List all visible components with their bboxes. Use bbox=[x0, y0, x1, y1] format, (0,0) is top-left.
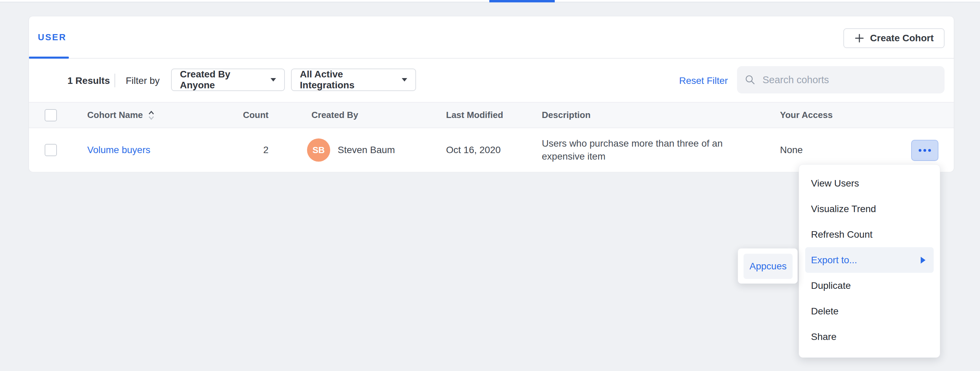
tab-user[interactable]: USER bbox=[29, 16, 67, 58]
select-all-cell bbox=[45, 103, 57, 127]
reset-filter-link[interactable]: Reset Filter bbox=[679, 59, 728, 102]
header-cohort-name-label: Cohort Name bbox=[87, 110, 143, 120]
menu-item-visualize-trend[interactable]: Visualize Trend bbox=[799, 196, 940, 221]
active-page-tab-indicator bbox=[489, 0, 555, 2]
create-cohort-button[interactable]: Create Cohort bbox=[843, 28, 945, 48]
row-actions-button[interactable] bbox=[911, 140, 939, 161]
header-count: Count bbox=[215, 103, 269, 127]
search-icon bbox=[745, 74, 756, 86]
sort-icon[interactable] bbox=[148, 109, 155, 121]
filter-by-label: Filter by bbox=[126, 59, 160, 102]
header-your-access: Your Access bbox=[780, 103, 833, 127]
integrations-dropdown[interactable]: All Active Integrations bbox=[291, 68, 416, 91]
submenu-arrow-icon bbox=[921, 257, 926, 264]
menu-item-refresh-count[interactable]: Refresh Count bbox=[799, 221, 940, 247]
cohort-name-link[interactable]: Volume buyers bbox=[87, 145, 150, 156]
menu-item-export-to[interactable]: Export to... bbox=[805, 247, 934, 273]
ellipsis-icon bbox=[928, 149, 931, 152]
header-last-modified: Last Modified bbox=[446, 103, 503, 127]
description-value: Users who purchase more than three of an… bbox=[542, 128, 738, 172]
cohorts-page: USER Create Cohort 1 Results Filter by C… bbox=[0, 0, 980, 371]
submenu-item-appcues[interactable]: Appcues bbox=[743, 254, 792, 279]
row-context-menu: View Users Visualize Trend Refresh Count… bbox=[799, 164, 940, 358]
chevron-down-icon bbox=[402, 78, 407, 81]
cohorts-card: USER Create Cohort 1 Results Filter by C… bbox=[29, 16, 954, 172]
row-select-cell bbox=[45, 128, 57, 172]
search-box[interactable] bbox=[737, 66, 945, 94]
search-input[interactable] bbox=[762, 74, 937, 86]
select-all-checkbox[interactable] bbox=[45, 109, 57, 121]
menu-item-export-to-label: Export to... bbox=[811, 255, 857, 266]
header-created-by: Created By bbox=[312, 103, 358, 127]
tab-user-label: USER bbox=[38, 32, 67, 43]
ellipsis-icon bbox=[919, 149, 921, 152]
table-header: Cohort Name Count Created By Last Modifi… bbox=[29, 102, 954, 128]
plus-icon bbox=[854, 33, 864, 43]
row-checkbox[interactable] bbox=[45, 144, 57, 156]
vertical-divider bbox=[115, 74, 115, 87]
header-description: Description bbox=[542, 103, 590, 127]
results-count: 1 Results bbox=[67, 59, 110, 102]
avatar: SB bbox=[307, 139, 330, 162]
tab-bar: USER Create Cohort bbox=[29, 16, 954, 59]
create-cohort-label: Create Cohort bbox=[870, 33, 934, 44]
menu-item-duplicate[interactable]: Duplicate bbox=[799, 273, 940, 298]
last-modified-value: Oct 16, 2020 bbox=[446, 128, 501, 172]
access-value: None bbox=[780, 128, 803, 172]
created-by-name: Steven Baum bbox=[338, 128, 395, 172]
tab-user-underline bbox=[29, 57, 69, 59]
filter-row: 1 Results Filter by Created By Anyone Al… bbox=[29, 59, 954, 102]
created-by-dropdown-value: Created By Anyone bbox=[180, 69, 264, 91]
chevron-down-icon bbox=[270, 78, 276, 81]
menu-item-share[interactable]: Share bbox=[799, 324, 940, 350]
top-strip bbox=[0, 0, 980, 2]
created-by-dropdown[interactable]: Created By Anyone bbox=[171, 68, 285, 91]
menu-item-view-users[interactable]: View Users bbox=[799, 170, 940, 196]
integrations-dropdown-value: All Active Integrations bbox=[300, 69, 396, 91]
header-cohort-name[interactable]: Cohort Name bbox=[87, 103, 155, 127]
export-submenu: Appcues bbox=[738, 248, 798, 284]
menu-item-delete[interactable]: Delete bbox=[799, 298, 940, 324]
count-value: 2 bbox=[215, 128, 269, 172]
ellipsis-icon bbox=[923, 149, 926, 152]
